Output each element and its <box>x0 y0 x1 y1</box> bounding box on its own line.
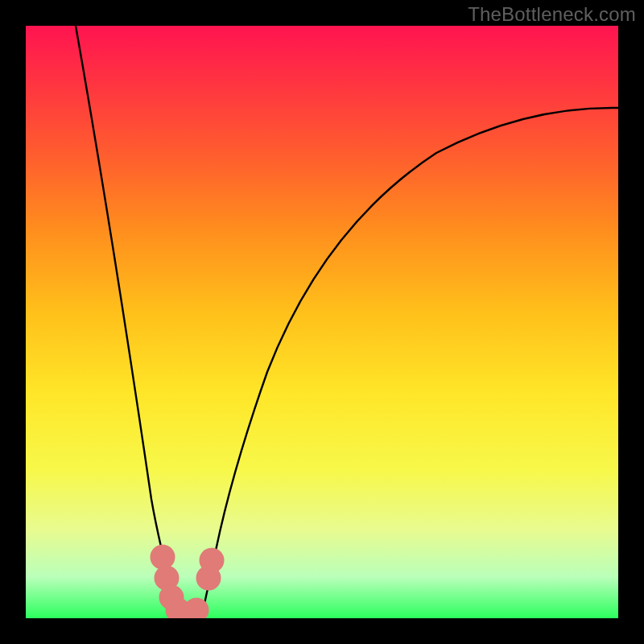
plot-area <box>26 26 618 618</box>
data-marker <box>184 598 209 619</box>
curve-left <box>76 26 180 618</box>
chart-frame: TheBottleneck.com <box>0 0 644 644</box>
curve-layer <box>26 26 618 618</box>
curve-right <box>201 108 618 618</box>
watermark-text: TheBottleneck.com <box>468 3 636 26</box>
data-marker <box>200 548 225 573</box>
